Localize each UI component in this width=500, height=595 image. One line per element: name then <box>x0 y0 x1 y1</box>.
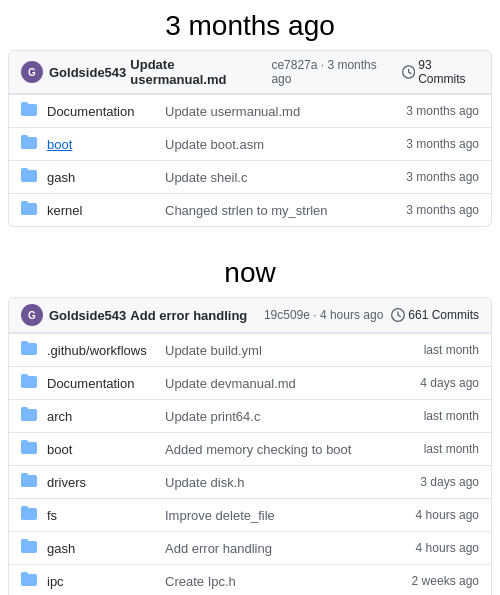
folder-icon <box>21 406 39 426</box>
table-row: DocumentationUpdate devmanual.md4 days a… <box>9 366 491 399</box>
file-name[interactable]: fs <box>47 508 157 523</box>
header-meta: 19c509e · 4 hours ago 661 Commits <box>264 308 479 322</box>
commit-text: Update boot.asm <box>165 137 398 152</box>
table-row: DocumentationUpdate usermanual.md3 month… <box>9 94 491 127</box>
table-row: ipcCreate Ipc.h2 weeks ago <box>9 564 491 595</box>
clock-icon <box>402 65 415 79</box>
time-ago: 3 months ago <box>406 104 479 118</box>
commit-message: Add error handling <box>130 308 247 323</box>
file-name[interactable]: arch <box>47 409 157 424</box>
commit-text: Update print64.c <box>165 409 416 424</box>
folder-icon <box>21 472 39 492</box>
folder-icon <box>21 439 39 459</box>
table-row: driversUpdate disk.h3 days ago <box>9 465 491 498</box>
file-name[interactable]: boot <box>47 137 157 152</box>
file-table-0: DocumentationUpdate usermanual.md3 month… <box>8 94 492 227</box>
time-ago: last month <box>424 409 479 423</box>
table-row: bootUpdate boot.asm3 months ago <box>9 127 491 160</box>
folder-icon <box>21 134 39 154</box>
time-ago: 4 days ago <box>420 376 479 390</box>
section-title-1: now <box>0 247 500 297</box>
commit-sha: 19c509e · 4 hours ago <box>264 308 383 322</box>
table-row: gashAdd error handling4 hours ago <box>9 531 491 564</box>
commit-user[interactable]: Goldside543 <box>49 65 126 80</box>
table-row: .github/workflowsUpdate build.ymllast mo… <box>9 333 491 366</box>
time-ago: 4 hours ago <box>416 541 479 555</box>
folder-icon <box>21 538 39 558</box>
time-ago: 3 months ago <box>406 170 479 184</box>
file-table-1: .github/workflowsUpdate build.ymllast mo… <box>8 333 492 595</box>
table-row: fsImprove delete_file4 hours ago <box>9 498 491 531</box>
time-ago: 3 days ago <box>420 475 479 489</box>
commit-text: Update build.yml <box>165 343 416 358</box>
time-ago: 4 hours ago <box>416 508 479 522</box>
commit-text: Changed strlen to my_strlen <box>165 203 398 218</box>
repo-header: G Goldside543 Update usermanual.md ce782… <box>8 50 492 94</box>
commit-text: Add error handling <box>165 541 408 556</box>
table-row: bootAdded memory checking to bootlast mo… <box>9 432 491 465</box>
time-ago: 3 months ago <box>406 137 479 151</box>
folder-icon <box>21 200 39 220</box>
avatar: G <box>21 61 43 83</box>
folder-icon <box>21 373 39 393</box>
commits-badge[interactable]: 93 Commits <box>402 58 479 86</box>
clock-icon <box>391 308 405 322</box>
file-name[interactable]: gash <box>47 170 157 185</box>
folder-icon <box>21 101 39 121</box>
folder-icon <box>21 340 39 360</box>
commit-text: Update disk.h <box>165 475 412 490</box>
folder-icon <box>21 571 39 591</box>
commit-text: Update usermanual.md <box>165 104 398 119</box>
commits-badge[interactable]: 661 Commits <box>391 308 479 322</box>
file-name[interactable]: boot <box>47 442 157 457</box>
header-meta: ce7827a · 3 months ago 93 Commits <box>271 58 479 86</box>
table-row: archUpdate print64.clast month <box>9 399 491 432</box>
avatar: G <box>21 304 43 326</box>
commit-text: Update sheil.c <box>165 170 398 185</box>
commit-text: Create Ipc.h <box>165 574 404 589</box>
time-ago: last month <box>424 343 479 357</box>
table-row: gashUpdate sheil.c3 months ago <box>9 160 491 193</box>
file-name[interactable]: kernel <box>47 203 157 218</box>
commit-text: Added memory checking to boot <box>165 442 416 457</box>
commit-text: Improve delete_file <box>165 508 408 523</box>
file-name[interactable]: Documentation <box>47 376 157 391</box>
file-name[interactable]: gash <box>47 541 157 556</box>
repo-header: G Goldside543 Add error handling 19c509e… <box>8 297 492 333</box>
file-name[interactable]: ipc <box>47 574 157 589</box>
file-name[interactable]: Documentation <box>47 104 157 119</box>
time-ago: 3 months ago <box>406 203 479 217</box>
commit-text: Update devmanual.md <box>165 376 412 391</box>
section-title-0: 3 months ago <box>0 0 500 50</box>
time-ago: 2 weeks ago <box>412 574 479 588</box>
folder-icon <box>21 505 39 525</box>
file-name[interactable]: drivers <box>47 475 157 490</box>
file-name[interactable]: .github/workflows <box>47 343 157 358</box>
commit-user[interactable]: Goldside543 <box>49 308 126 323</box>
table-row: kernelChanged strlen to my_strlen3 month… <box>9 193 491 226</box>
folder-icon <box>21 167 39 187</box>
time-ago: last month <box>424 442 479 456</box>
commit-message: Update usermanual.md <box>130 57 267 87</box>
commit-sha: ce7827a · 3 months ago <box>271 58 394 86</box>
